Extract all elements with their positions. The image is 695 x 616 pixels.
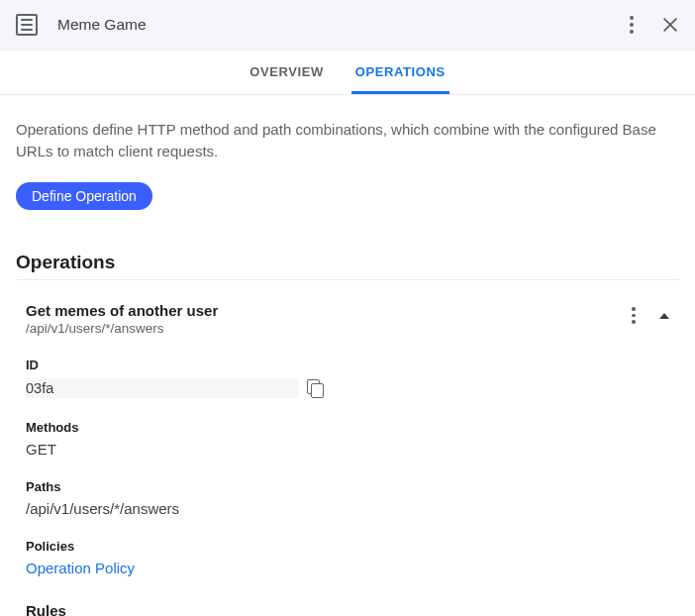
collapse-icon[interactable] xyxy=(659,313,669,319)
operations-section-title: Operations xyxy=(16,252,679,280)
paths-value: /api/v1/users/*/answers xyxy=(26,500,669,517)
id-label: ID xyxy=(26,358,669,372)
header-left: Meme Game xyxy=(16,14,147,36)
content: Operations define HTTP method and path c… xyxy=(0,95,695,616)
operation-subtitle: /api/v1/users/*/answers xyxy=(26,321,218,336)
rules-title: Rules xyxy=(26,602,669,617)
id-value: 03fa xyxy=(26,378,299,398)
copy-icon[interactable] xyxy=(307,379,323,397)
operation-title: Get memes of another user xyxy=(26,302,218,319)
id-row: 03fa xyxy=(26,378,669,398)
header-right xyxy=(624,15,679,35)
methods-label: Methods xyxy=(26,420,669,435)
methods-value: GET xyxy=(26,441,669,458)
more-actions-icon[interactable] xyxy=(624,15,640,35)
operations-description: Operations define HTTP method and path c… xyxy=(16,119,679,162)
define-operation-button[interactable]: Define Operation xyxy=(16,182,152,210)
operation-more-icon[interactable] xyxy=(626,306,642,326)
operation-header: Get memes of another user /api/v1/users/… xyxy=(26,302,669,336)
page-header: Meme Game xyxy=(0,0,695,51)
operation-card: Get memes of another user /api/v1/users/… xyxy=(16,288,679,617)
page-title: Meme Game xyxy=(57,16,147,34)
tabs: OVERVIEW OPERATIONS xyxy=(0,51,695,95)
operation-policy-link[interactable]: Operation Policy xyxy=(26,560,669,576)
close-icon[interactable] xyxy=(661,16,679,34)
operation-header-left: Get memes of another user /api/v1/users/… xyxy=(26,302,218,336)
paths-label: Paths xyxy=(26,479,669,494)
policies-label: Policies xyxy=(26,539,669,554)
tab-overview[interactable]: OVERVIEW xyxy=(246,64,328,94)
tab-operations[interactable]: OPERATIONS xyxy=(351,64,449,94)
operation-header-right xyxy=(626,302,669,326)
document-icon xyxy=(16,14,38,36)
